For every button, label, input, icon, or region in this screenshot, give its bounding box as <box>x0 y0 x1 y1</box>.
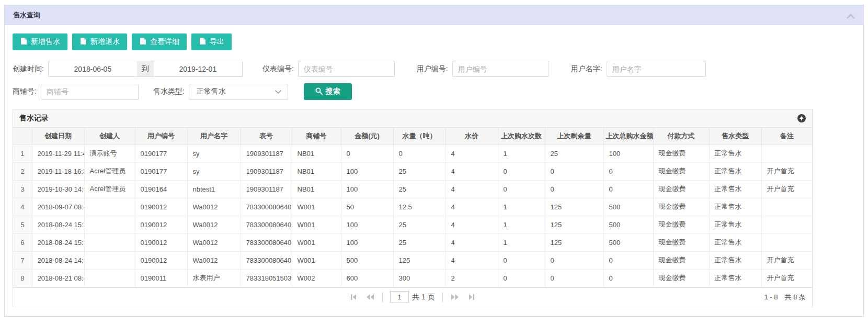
table-row[interactable]: 72018-08-24 14:50190012Wa001278330008064… <box>13 251 812 269</box>
table-cell: 500 <box>603 233 653 251</box>
user-no-input[interactable] <box>452 61 549 77</box>
records-panel: 售水记录 创建日期创建人用户编号用户名字表号商铺号金额(元)水量（吨）水价上次购… <box>13 109 813 307</box>
table-cell: 0 <box>498 251 545 269</box>
table-cell: 4 <box>446 198 498 216</box>
table-cell <box>84 269 135 287</box>
table-cell: 25 <box>393 216 446 233</box>
table-cell: 演示账号 <box>84 144 135 162</box>
first-page-icon[interactable] <box>349 294 358 301</box>
table-cell: 0 <box>603 269 653 287</box>
add-refund-label: 新增退水 <box>90 37 120 47</box>
table-cell: 25 <box>393 180 446 198</box>
table-row[interactable]: 62018-08-24 15:30190012Wa001278330008064… <box>13 233 812 251</box>
pager-divider <box>382 292 383 303</box>
table-cell: 4 <box>446 216 498 233</box>
column-header[interactable] <box>13 128 32 144</box>
table-cell: 0190012 <box>135 233 187 251</box>
search-button[interactable]: 搜索 <box>304 83 352 100</box>
column-header[interactable]: 用户编号 <box>135 128 187 144</box>
column-header[interactable]: 创建人 <box>84 128 135 144</box>
prev-page-icon[interactable] <box>366 294 375 301</box>
table-cell: 1909301187 <box>241 162 292 180</box>
table-cell: 8 <box>13 269 32 287</box>
search-icon <box>315 87 323 96</box>
table-cell: 现金缴费 <box>653 233 709 251</box>
table-cell: 2018-09-07 08:4 <box>32 198 84 216</box>
date-from-input[interactable] <box>48 61 137 77</box>
table-cell: 2018-08-24 14:5 <box>32 251 84 269</box>
table-cell: Acrel管理员 <box>84 162 135 180</box>
table-cell: 0190011 <box>135 269 187 287</box>
column-header[interactable]: 商铺号 <box>292 128 341 144</box>
table-cell: 现金缴费 <box>653 144 709 162</box>
add-sale-label: 新增售水 <box>31 37 60 47</box>
user-name-input[interactable] <box>607 61 706 77</box>
column-header[interactable]: 付款方式 <box>653 128 709 144</box>
collapse-panel-icon[interactable] <box>847 12 855 18</box>
meter-no-input[interactable] <box>298 61 395 77</box>
column-header[interactable]: 上次剩余量 <box>545 128 603 144</box>
table-cell: 125 <box>545 216 603 233</box>
table-cell: 1 <box>498 233 545 251</box>
column-header[interactable]: 水量（吨） <box>393 128 446 144</box>
table-cell <box>761 233 812 251</box>
table-cell: 正常售水 <box>709 233 761 251</box>
column-header[interactable]: 金额(元) <box>341 128 393 144</box>
table-cell: 1 <box>498 144 545 162</box>
column-header[interactable]: 上次购水次数 <box>498 128 545 144</box>
table-cell: 现金缴费 <box>653 251 709 269</box>
date-to-input[interactable] <box>154 61 243 77</box>
column-header[interactable]: 售水类型 <box>709 128 761 144</box>
last-page-icon[interactable] <box>467 294 476 301</box>
column-header[interactable]: 用户名字 <box>187 128 241 144</box>
table-cell <box>761 198 812 216</box>
sale-type-select[interactable]: 正常售水 <box>189 84 288 100</box>
table-row[interactable]: 32019-10-30 14:5Acrel管理员0190164nbtest119… <box>13 180 812 198</box>
create-time-label: 创建时间: <box>13 64 44 74</box>
column-header[interactable]: 水价 <box>446 128 498 144</box>
column-header[interactable]: 创建日期 <box>32 128 84 144</box>
table-cell: 500 <box>341 251 393 269</box>
table-cell: sy <box>187 144 241 162</box>
table-cell: 25 <box>393 233 446 251</box>
table-cell: Wa0012 <box>187 198 241 216</box>
column-header[interactable]: 上次总购水金额 <box>603 128 653 144</box>
add-refund-button[interactable]: 新增退水 <box>72 34 127 50</box>
table-cell: 500 <box>603 216 653 233</box>
table-cell: 1909301187 <box>241 180 292 198</box>
page-number-input[interactable] <box>390 291 409 303</box>
table-row[interactable]: 42018-09-07 08:40190012Wa001278330008064… <box>13 198 812 216</box>
table-cell: 7833000806401 <box>241 233 292 251</box>
table-cell: W002 <box>292 269 341 287</box>
table-cell: 现金缴费 <box>653 269 709 287</box>
view-detail-button[interactable]: 查看详细 <box>132 34 187 50</box>
table-cell: 100 <box>341 162 393 180</box>
table-cell: 0 <box>545 251 603 269</box>
search-label: 搜索 <box>326 87 340 96</box>
table-cell: 4 <box>446 180 498 198</box>
table-cell: 1 <box>498 216 545 233</box>
add-sale-button[interactable]: 新增售水 <box>13 34 67 50</box>
column-header[interactable]: 备注 <box>761 128 812 144</box>
export-button[interactable]: 导出 <box>191 34 232 50</box>
table-cell <box>761 144 812 162</box>
table-cell: 25 <box>545 144 603 162</box>
user-name-label: 用户名字: <box>571 64 602 74</box>
next-page-icon[interactable] <box>450 294 460 301</box>
table-cell: NB01 <box>292 180 341 198</box>
table-row[interactable]: 12019-11-29 11:4演示账号0190177sy1909301187N… <box>13 144 812 162</box>
table-cell: W001 <box>292 216 341 233</box>
filter-row-1: 创建时间: 到 仪表编号: 用户编号: 用户名字: <box>13 61 855 77</box>
table-cell: 500 <box>603 198 653 216</box>
table-row[interactable]: 52018-08-24 15:30190012Wa001278330008064… <box>13 216 812 233</box>
column-header[interactable]: 表号 <box>241 128 292 144</box>
table-cell: Acrel管理员 <box>84 180 135 198</box>
file-icon <box>79 37 87 47</box>
table-cell: 4 <box>446 144 498 162</box>
table-cell: 0 <box>603 162 653 180</box>
table-row[interactable]: 82018-08-21 08:40190011水表用户7833180515039… <box>13 269 812 287</box>
table-cell: Wa0012 <box>187 233 241 251</box>
shop-no-input[interactable] <box>41 84 139 100</box>
table-row[interactable]: 22019-11-18 16:3Acrel管理员0190177sy1909301… <box>13 162 812 180</box>
collapse-grid-icon[interactable] <box>797 114 806 122</box>
